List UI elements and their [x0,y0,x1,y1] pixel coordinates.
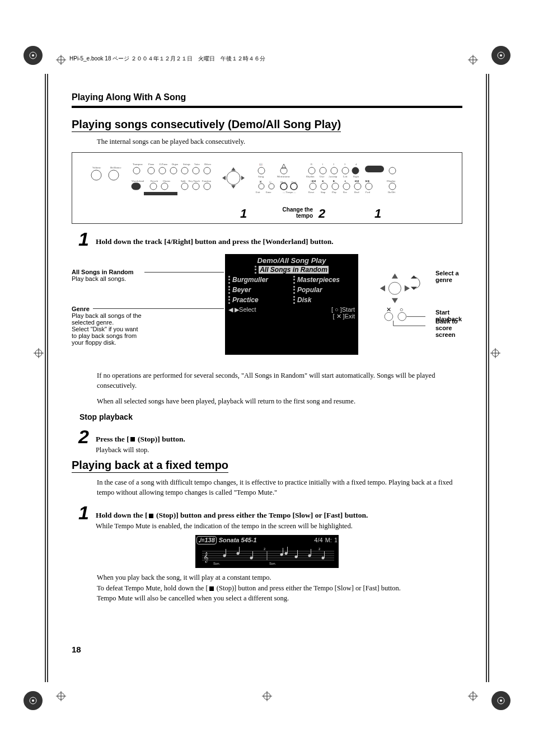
lcd-item: Beyer [228,286,290,294]
svg-text:Chorus: Chorus [163,180,170,182]
ann-back-score: Back to score screen [435,318,462,338]
svg-rect-97 [365,166,384,172]
svg-point-143 [237,552,240,555]
svg-text:Enter: Enter [266,191,271,194]
svg-text:○: ○ [269,180,271,184]
print-corner-icon [24,691,43,710]
svg-text:2: 2 [318,547,321,551]
svg-marker-129 [411,275,417,279]
svg-point-41 [148,167,154,174]
svg-rect-144 [239,547,240,553]
registration-mark-icon [468,691,478,701]
svg-point-89 [331,167,338,174]
svg-text:User: User [320,175,325,178]
svg-point-90 [342,167,349,174]
svg-point-54 [150,183,157,190]
registration-mark-icon [56,691,66,701]
svg-text:✕: ✕ [259,180,262,184]
svg-text:3: 3 [344,163,346,166]
panel-label-change-tempo: Change the tempo [279,206,313,219]
svg-text:— Tempo —: — Tempo — [282,191,296,194]
panel-illustration: Volume Brilliance TransposePianoE.PianoO… [79,158,455,198]
svg-text:1: 1 [322,163,323,166]
svg-point-151 [285,552,288,555]
svg-text:Metronome: Metronome [277,175,291,178]
svg-point-111 [366,183,372,190]
svg-point-79 [291,183,297,190]
svg-point-149 [280,553,283,556]
lcd-bottom-start: [ ○ ]Start [331,306,355,313]
step-3: 1 Hold down the [ (Stop)] button and pre… [78,503,462,530]
registration-mark-icon [468,55,478,65]
registration-mark-icon [34,348,44,358]
page-content: Playing Along With A Song Playing songs … [72,92,462,604]
svg-point-60 [227,171,240,185]
lcd-bottom-exit: [ ✕ ]Exit [331,313,355,320]
navigator-icon: ✕ ○ [369,265,425,327]
svg-text:2: 2 [333,163,334,166]
step-number: 1 [78,503,89,522]
svg-text:▶: ▶ [333,180,335,182]
svg-marker-121 [392,274,398,279]
lcd-title: Demo/All Song Play [228,256,355,265]
svg-text:◀◀: ◀◀ [354,180,359,182]
stop-icon [130,437,135,442]
svg-text:▶▶: ▶▶ [366,180,370,182]
svg-point-88 [320,167,326,174]
svg-text:Bwd: Bwd [354,191,359,194]
svg-text:●: ● [344,180,346,182]
subheading-stop: Stop playback [79,412,462,421]
step-text: Hold down the track [4/Right] button and… [96,237,334,246]
print-guide-line [45,74,46,682]
svg-rect-146 [252,551,253,558]
svg-text:Song: Song [258,175,264,178]
svg-point-40 [133,167,140,174]
registration-mark-icon [490,348,500,358]
callout-line [93,308,224,309]
svg-point-46 [204,167,210,174]
svg-rect-158 [324,551,325,558]
svg-point-42 [159,167,166,174]
svg-point-68 [259,184,264,189]
svg-marker-123 [380,285,385,292]
mini-sig: 4/4 [314,537,322,543]
stop-icon [209,586,214,591]
svg-point-157 [322,556,325,559]
mini-score-icon: 𝄞 Son. Son. 2 2 [196,546,338,567]
print-corner-icon [491,46,510,65]
ann-select-genre: Select a genre [435,270,462,283]
svg-rect-91 [352,167,359,174]
svg-text:Exit: Exit [256,191,260,194]
svg-point-120 [388,282,401,294]
svg-point-44 [181,167,188,174]
svg-point-109 [343,183,350,190]
chapter-rule [72,106,462,108]
panel-callout-1-left: 1 [240,206,247,221]
ann-genre-body2: Select "Disk" if you want to play back s… [72,326,144,346]
svg-marker-122 [392,298,398,303]
post-step-text: Tempo Mute will also be cancelled when y… [97,593,462,604]
svg-marker-124 [405,285,410,292]
svg-point-57 [193,183,199,190]
svg-text:Key Touch: Key Touch [189,180,200,182]
lcd-item: Burgmuller [228,276,290,284]
post-step-text: To defeat Tempo Mute, hold down the [ (S… [97,583,462,594]
svg-point-3 [500,54,502,57]
svg-text:Split: Split [181,180,186,182]
svg-text:Voice: Voice [194,163,200,166]
svg-point-1 [32,54,34,57]
callout-line [144,272,224,273]
svg-text:Right: Right [353,175,359,178]
lcd-item: Disk [293,296,355,304]
step-number: 1 [78,229,89,248]
page-number: 18 [72,645,81,654]
print-guide-line [488,74,489,682]
svg-marker-61 [231,167,236,171]
print-corner-icon [491,691,510,710]
svg-rect-156 [311,549,311,556]
svg-marker-64 [241,176,245,180]
svg-point-32 [109,170,119,180]
svg-text:4: 4 [355,163,357,166]
svg-text:■: ■ [322,180,324,182]
svg-point-145 [250,556,253,559]
